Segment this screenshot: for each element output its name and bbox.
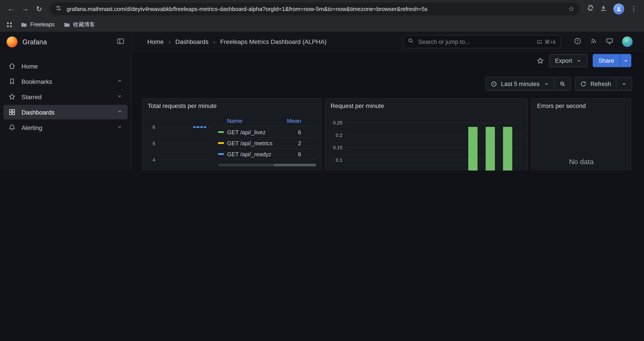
forward-button[interactable]: → <box>18 2 32 15</box>
share-split-button: Share <box>593 54 631 67</box>
breadcrumb: Home › Dashboards › Freeleaps Metrics Da… <box>147 38 326 45</box>
svg-text:4: 4 <box>152 157 155 163</box>
grafana-sidebar: Grafana Home <box>0 32 132 171</box>
home-icon <box>8 62 16 70</box>
user-avatar[interactable] <box>622 37 632 47</box>
time-range-picker[interactable]: Last 5 minutes <box>486 77 554 90</box>
grafana-logo[interactable] <box>6 37 18 47</box>
brand-title: Grafana <box>22 38 112 46</box>
chevron-down-icon[interactable] <box>116 124 123 131</box>
legend-table: Name Mean GET /api/_livez 6 GET /api/_me… <box>218 115 316 166</box>
chevron-down-icon <box>623 58 629 63</box>
news-rss-icon[interactable] <box>590 37 597 46</box>
legend-header-name[interactable]: Name <box>227 118 276 124</box>
keyboard-icon <box>536 39 542 45</box>
clock-icon <box>490 81 497 87</box>
search-input[interactable] <box>417 38 533 46</box>
refresh-button[interactable]: Refresh <box>575 77 616 90</box>
legend-header-mean[interactable]: Mean <box>279 118 301 124</box>
bookmark-folder-freeleaps[interactable]: Freeleaps <box>20 21 54 28</box>
breadcrumb-separator: › <box>168 38 170 45</box>
share-menu-caret[interactable] <box>620 54 631 67</box>
svg-text:6: 6 <box>152 124 155 130</box>
svg-text:?: ? <box>577 39 579 43</box>
bookmarks-bar: Freeleaps 收藏博客 <box>0 18 644 32</box>
legend-row[interactable]: GET /api/_metrics 2 <box>218 138 316 149</box>
refresh-interval-caret[interactable] <box>616 77 632 90</box>
series-swatch <box>218 153 224 155</box>
bookmark-folder-blogs[interactable]: 收藏博客 <box>63 21 95 28</box>
collapse-sidebar-icon[interactable] <box>116 37 124 47</box>
sidebar-item-bookmarks[interactable]: Bookmarks <box>4 74 128 89</box>
no-data-message: No data <box>532 112 631 171</box>
chevron-down-icon[interactable] <box>116 93 123 101</box>
folder-icon <box>63 21 70 28</box>
chevron-down-icon[interactable] <box>116 108 123 116</box>
monitor-icon[interactable] <box>606 37 613 46</box>
total-requests-chart[interactable]: 6543217:40 <box>146 116 216 171</box>
panel-title[interactable]: Request per minute <box>330 102 384 109</box>
legend-row[interactable]: GET /api/_readyz 6 <box>218 149 316 160</box>
chevron-down-icon <box>621 81 627 87</box>
breadcrumb-current: Freeleaps Metrics Dashboard (ALPHA) <box>220 38 326 45</box>
search-icon <box>408 38 414 46</box>
apps-grid-icon[interactable] <box>7 22 12 27</box>
grafana-header: Home › Dashboards › Freeleaps Metrics Da… <box>132 32 644 52</box>
reload-button[interactable]: ↻ <box>32 2 46 15</box>
svg-text:0.05: 0.05 <box>333 170 342 171</box>
screen: ← → ↻ ☆ <box>0 0 644 171</box>
search-box[interactable]: ⌘+k <box>403 35 561 48</box>
legend-row[interactable]: GET /api/_livez 6 <box>218 127 316 138</box>
profile-avatar[interactable] <box>613 3 624 14</box>
sidebar-item-label: Home <box>22 63 38 70</box>
download-icon[interactable] <box>600 4 607 14</box>
chevron-down-icon <box>576 58 582 63</box>
browser-actions: ⋮ <box>584 3 640 14</box>
series-swatch <box>218 142 224 144</box>
time-toolbar: Last 5 minutes <box>485 77 632 91</box>
address-bar[interactable]: ☆ <box>50 3 580 15</box>
dashboards-grid-icon <box>8 108 16 116</box>
sidebar-item-starred[interactable]: Starred <box>4 90 128 104</box>
bookmark-label: Freeleaps <box>30 22 54 28</box>
request-per-minute-chart[interactable]: 0.250.20.150.10.05017:37:0017:38:0017:39… <box>329 116 525 171</box>
panel-title[interactable]: Errors per second <box>537 102 586 109</box>
browser-toolbar: ← → ↻ ☆ <box>0 0 644 18</box>
series-swatch <box>218 131 224 133</box>
help-icon[interactable]: ? <box>574 37 581 46</box>
zoom-out-icon <box>559 81 566 87</box>
dashboard-canvas: Last 5 minutes <box>132 69 644 171</box>
svg-text:0.1: 0.1 <box>336 157 342 163</box>
breadcrumb-home[interactable]: Home <box>147 38 164 45</box>
svg-text:0.25: 0.25 <box>333 120 342 126</box>
site-settings-icon[interactable] <box>55 5 62 13</box>
svg-text:0.15: 0.15 <box>333 145 342 150</box>
back-button[interactable]: ← <box>4 2 18 15</box>
breadcrumb-dashboards[interactable]: Dashboards <box>175 38 208 45</box>
bookmark-star-icon[interactable]: ☆ <box>568 5 574 13</box>
sidebar-item-alerting[interactable]: Alerting <box>4 120 128 135</box>
legend-scrollbar[interactable] <box>218 164 316 166</box>
chevron-down-icon <box>544 81 549 87</box>
star-icon <box>8 93 16 101</box>
refresh-icon <box>580 81 586 87</box>
zoom-out-time-button[interactable] <box>554 77 570 90</box>
chevron-down-icon[interactable] <box>116 78 123 85</box>
svg-text:5: 5 <box>152 141 155 146</box>
share-button[interactable]: Share <box>593 54 620 67</box>
panel-request-per-minute: Request per minute 0.250.20.150.10.05017… <box>325 98 528 171</box>
browser-menu-icon[interactable]: ⋮ <box>630 5 637 13</box>
dashboard-actions: Export Share <box>132 52 644 69</box>
panel-errors-per-second: Errors per second No data <box>531 98 631 171</box>
extensions-icon[interactable] <box>586 5 594 13</box>
bookmark-label: 收藏博客 <box>73 21 95 28</box>
svg-text:0.2: 0.2 <box>336 133 342 138</box>
sidebar-item-dashboards[interactable]: Dashboards <box>4 105 128 119</box>
favorite-star-icon[interactable] <box>536 57 544 64</box>
sidebar-item-home[interactable]: Home <box>4 59 128 73</box>
url-input[interactable] <box>66 5 564 13</box>
export-button[interactable]: Export <box>549 54 588 67</box>
panel-title[interactable]: Total requests per minute <box>148 102 216 109</box>
bell-icon <box>8 124 16 131</box>
breadcrumb-separator: › <box>213 38 215 45</box>
